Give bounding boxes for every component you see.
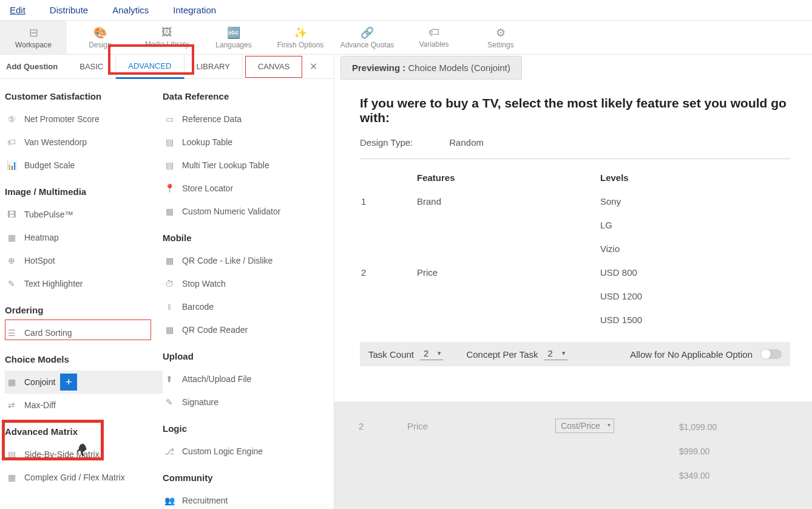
stopwatch-icon: ⏱ <box>163 277 176 290</box>
toolbar: ⊟Workspace 🎨Design 🖼Media Library 🔤Langu… <box>0 21 812 55</box>
barcode-icon: ⦀ <box>163 300 176 313</box>
allow-na-label: Allow for No Applicable Option <box>630 349 753 360</box>
item-hotspot[interactable]: ⊕HotSpot <box>5 249 163 272</box>
item-attach[interactable]: ⬆Attach/Upload File <box>163 367 320 391</box>
quotas-icon: 🔗 <box>360 26 374 39</box>
upload-icon: ⬆ <box>163 372 176 386</box>
section-choice-models: Choice Models <box>5 354 163 364</box>
item-nps[interactable]: ⑤Net Promoter Score <box>5 108 163 131</box>
allow-na-toggle[interactable] <box>761 349 782 359</box>
toolbar-media[interactable]: 🖼Media Library <box>134 21 200 54</box>
pin-icon: 📍 <box>163 182 176 195</box>
multi-table-icon: ▤ <box>163 159 176 172</box>
toolbar-finish[interactable]: ✨Finish Options <box>267 21 334 54</box>
item-qr-reader[interactable]: ▩QR Code Reader <box>163 318 320 341</box>
tab-canvas[interactable]: CANVAS <box>245 56 303 78</box>
item-signature[interactable]: ✎Signature <box>163 391 320 414</box>
settings-icon: ⚙ <box>496 26 506 39</box>
item-num-validator[interactable]: ▦Custom Numeric Validator <box>163 200 320 223</box>
nav-integration[interactable]: Integration <box>173 5 216 15</box>
table-icon: ▤ <box>163 135 176 149</box>
section-upload: Upload <box>163 351 320 361</box>
item-heatmap[interactable]: ▦Heatmap <box>5 226 163 249</box>
item-logic-engine[interactable]: ⎇Custom Logic Engine <box>163 440 320 463</box>
tab-basic[interactable]: BASIC <box>67 55 116 79</box>
close-icon[interactable]: ✕ <box>302 61 325 72</box>
section-ordering: Ordering <box>5 305 163 315</box>
nav-distribute[interactable]: Distribute <box>50 5 88 15</box>
toolbar-languages[interactable]: 🔤Languages <box>200 21 267 54</box>
design-type-value: Random <box>449 137 484 148</box>
row-num: 1 <box>361 196 416 266</box>
features-table: Features Levels 1 Brand Sony LG Vizio 2 … <box>360 171 790 338</box>
item-ref-data[interactable]: ▭Reference Data <box>163 108 320 131</box>
item-budget-scale[interactable]: 📊Budget Scale <box>5 154 163 177</box>
levels-header: Levels <box>600 173 789 195</box>
tag-icon: 🏷 <box>5 135 18 149</box>
nav-analytics[interactable]: Analytics <box>112 5 149 15</box>
question-text: If you were to buy a TV, select the most… <box>360 96 790 125</box>
feature-name: Brand <box>417 196 599 266</box>
hotspot-icon: ⊕ <box>5 254 18 267</box>
add-icon[interactable]: + <box>60 374 77 391</box>
toolbar-design[interactable]: 🎨Design <box>67 21 134 54</box>
nps-icon: ⑤ <box>5 112 18 126</box>
faded-row-label: Price <box>407 421 428 431</box>
feature-levels: USD 800 USD 1200 USD 1500 <box>600 267 789 337</box>
preview-tab: Previewing : Choice Models (Conjoint) <box>340 56 522 80</box>
languages-icon: 🔤 <box>227 26 240 39</box>
item-barcode[interactable]: ⦀Barcode <box>163 295 320 318</box>
faded-prices: $1,099.00 $999.00 $349.00 <box>679 422 788 480</box>
media-icon: 🖼 <box>161 26 172 39</box>
workspace-icon: ⊟ <box>29 26 38 39</box>
recruit-icon: 👥 <box>163 494 176 507</box>
pencil-icon: ✎ <box>5 277 18 290</box>
item-stopwatch[interactable]: ⏱Stop Watch <box>163 272 320 295</box>
feature-name: Price <box>417 267 599 337</box>
section-mobile: Mobile <box>163 233 320 243</box>
table-row: 1 Brand Sony LG Vizio <box>361 196 789 266</box>
faded-dropdown[interactable]: Cost/Price <box>555 418 614 433</box>
design-type-label: Design Type: <box>360 137 413 148</box>
item-van-westendorp[interactable]: 🏷Van Westendorp <box>5 131 163 154</box>
item-text-highlighter[interactable]: ✎Text Highlighter <box>5 272 163 295</box>
conjoint-icon: ▦ <box>5 375 18 389</box>
toolbar-variables[interactable]: 🏷Variables <box>401 21 467 54</box>
item-sbs-matrix[interactable]: ▤Side-By-Side Matrix <box>5 443 163 466</box>
grid-icon: ▦ <box>5 471 18 484</box>
item-tubepulse[interactable]: 🎞TubePulse™ <box>5 203 163 226</box>
item-multi-lookup[interactable]: ▤Multi Tier Lookup Table <box>163 154 320 177</box>
item-recruitment[interactable]: 👥Recruitment <box>163 489 320 509</box>
toolbar-quotas[interactable]: 🔗Advance Quotas <box>334 21 401 54</box>
item-card-sorting[interactable]: ☰Card Sorting <box>5 321 163 344</box>
nav-edit[interactable]: Edit <box>10 5 25 15</box>
tab-library[interactable]: LIBRARY <box>184 55 243 79</box>
tab-advanced[interactable]: ADVANCED <box>116 55 184 79</box>
section-customer-satisfaction: Customer Satisfaction <box>5 91 163 101</box>
section-logic: Logic <box>163 423 320 434</box>
item-store-locator[interactable]: 📍Store Locator <box>163 177 320 200</box>
section-adv-matrix: Advanced Matrix <box>5 426 163 437</box>
concept-per-task-select[interactable]: Concept Per Task 2 <box>466 348 567 360</box>
variables-icon: 🏷 <box>428 26 439 39</box>
tab-add-question[interactable]: Add Question <box>0 55 67 79</box>
task-count-select[interactable]: Task Count 2 <box>368 348 443 360</box>
preview-label: Previewing : <box>352 63 405 73</box>
heatmap-icon: ▦ <box>5 231 18 244</box>
toolbar-settings[interactable]: ⚙Settings <box>467 21 534 54</box>
features-header: Features <box>417 173 599 195</box>
section-image-mm: Image / Multimedia <box>5 186 163 197</box>
item-lookup-table[interactable]: ▤Lookup Table <box>163 131 320 154</box>
item-complex-grid[interactable]: ▦Complex Grid / Flex Matrix <box>5 466 163 489</box>
list-icon: ☰ <box>5 326 18 340</box>
section-data-ref: Data Reference <box>163 91 320 101</box>
item-qr-like[interactable]: ▩QR Code - Like / Dislike <box>163 249 320 272</box>
item-conjoint[interactable]: ▦Conjoint+ <box>5 371 163 394</box>
item-maxdiff[interactable]: ⇄Max-Diff <box>5 394 163 417</box>
maxdiff-icon: ⇄ <box>5 398 18 412</box>
design-icon: 🎨 <box>93 26 107 39</box>
video-icon: 🎞 <box>5 208 18 221</box>
qr-icon: ▩ <box>163 254 176 267</box>
toolbar-workspace[interactable]: ⊟Workspace <box>0 21 67 54</box>
section-community: Community <box>163 473 320 483</box>
